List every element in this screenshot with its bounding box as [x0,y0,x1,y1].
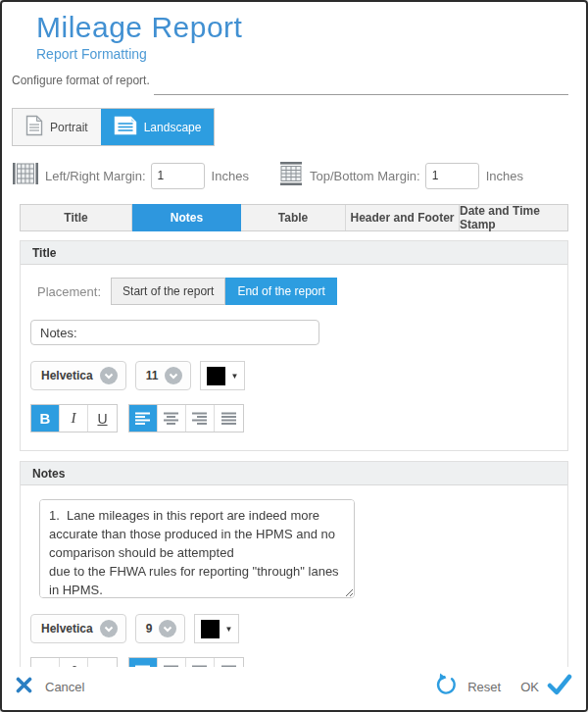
margins-row: Left/Right Margin: Inches Top/Bottom Mar… [12,161,586,190]
title-style-group: B I U [30,404,118,432]
left-right-margin-units: Inches [212,169,249,183]
format-tabs: Title Notes Table Header and Footer Date… [20,204,568,231]
notes-font-size-value: 9 [146,622,153,636]
color-swatch [207,367,225,385]
cancel-x-icon [16,677,32,697]
title-text-input[interactable] [30,320,319,345]
portrait-button[interactable]: Portrait [13,109,101,145]
title-font-color-picker[interactable]: ▼ [200,361,245,390]
page-title: Mileage Report [36,10,586,45]
ok-label: OK [520,680,539,694]
tab-table[interactable]: Table [241,205,346,230]
align-right-button[interactable] [186,405,215,432]
landscape-button[interactable]: Landscape [101,109,215,145]
ok-check-icon [547,674,572,699]
notes-font-size-dropdown[interactable]: 9 [135,614,186,643]
placement-toggle: Start of the report End of the report [111,278,337,305]
orientation-toggle: Portrait Landscape [12,108,215,146]
title-panel-heading: Title [21,241,567,265]
tab-title[interactable]: Title [21,205,132,230]
dialog-footer: Cancel Reset OK [2,667,586,710]
notes-panel-heading: Notes [21,462,567,485]
align-right-icon [192,412,208,425]
notes-font-color-picker[interactable]: ▼ [194,614,239,643]
title-font-family-value: Helvetica [41,369,93,382]
reset-button[interactable]: Reset [435,673,510,700]
title-font-family-dropdown[interactable]: Helvetica [30,361,126,390]
reset-label: Reset [467,680,501,694]
left-right-margin-icon [12,161,39,190]
placement-end-button[interactable]: End of the report [225,278,336,305]
title-panel: Title Placement: Start of the report End… [20,240,568,451]
underline-glyph: U [97,411,107,427]
mileage-report-dialog: Mileage Report Report Formatting Configu… [0,0,588,712]
title-font-size-dropdown[interactable]: 11 [135,361,192,390]
top-bottom-margin-units: Inches [486,169,523,183]
tab-date-and-time-stamp[interactable]: Date and Time Stamp [460,205,567,230]
title-align-group [128,404,244,432]
chevron-down-icon [159,620,176,637]
align-center-button[interactable] [158,405,186,432]
italic-glyph: I [72,410,76,427]
title-font-row: Helvetica 11 ▼ [30,361,558,390]
align-left-icon [135,412,151,425]
color-dropdown-arrow-icon: ▼ [224,625,232,634]
cancel-label: Cancel [45,680,84,694]
placement-row: Placement: Start of the report End of th… [37,278,558,305]
align-justify-icon [221,412,237,425]
page-subtitle: Report Formatting [36,46,586,62]
reset-icon [435,673,459,700]
color-dropdown-arrow-icon: ▼ [230,372,238,381]
chevron-down-icon [100,620,118,637]
left-right-margin-label: Left/Right Margin: [45,169,146,183]
italic-button[interactable]: I [60,405,88,432]
notes-textarea[interactable]: 1. Lane mileages in this report are inde… [39,499,355,598]
header-divider [154,94,568,95]
landscape-page-icon [114,116,137,138]
dialog-header: Mileage Report Report Formatting Configu… [2,2,586,95]
placement-start-button[interactable]: Start of the report [111,278,225,305]
bold-button[interactable]: B [31,405,60,432]
notes-font-row: Helvetica 9 ▼ [30,614,558,643]
cancel-button[interactable]: Cancel [16,677,84,697]
top-bottom-margin-label: Top/Bottom Margin: [310,169,420,183]
ok-button[interactable]: OK [510,674,572,699]
left-right-margin-input[interactable] [151,163,205,189]
placement-label: Placement: [37,284,101,299]
top-bottom-margin-input[interactable] [425,163,479,189]
bold-glyph: B [40,410,51,427]
portrait-page-icon [25,115,43,139]
tab-header-and-footer[interactable]: Header and Footer [346,205,460,230]
portrait-label: Portrait [50,121,88,134]
page-description: Configure format of report. [12,74,586,87]
title-font-size-value: 11 [146,369,159,382]
align-center-icon [164,412,179,425]
chevron-down-icon [165,367,182,384]
color-swatch [201,620,220,638]
notes-font-family-dropdown[interactable]: Helvetica [30,614,126,643]
tab-notes[interactable]: Notes [132,204,241,231]
chevron-down-icon [100,367,118,384]
notes-font-family-value: Helvetica [41,622,93,636]
title-format-row: B I U [30,404,558,432]
underline-button[interactable]: U [88,405,117,432]
landscape-label: Landscape [144,121,202,134]
top-bottom-margin-icon [278,161,304,190]
align-justify-button[interactable] [215,405,243,432]
align-left-button[interactable] [129,405,158,432]
